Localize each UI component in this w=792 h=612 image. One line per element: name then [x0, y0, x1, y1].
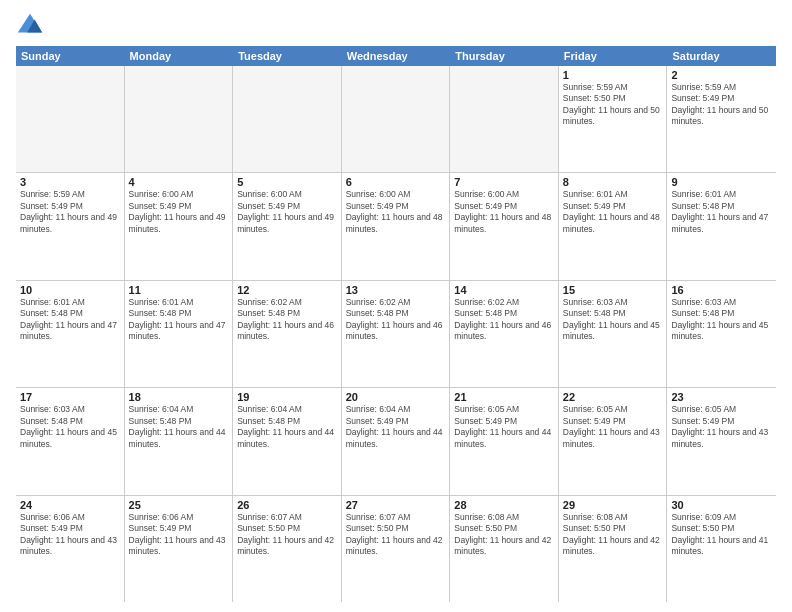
day-info-line: Sunrise: 6:05 AM	[671, 404, 772, 415]
day-number: 22	[563, 391, 663, 403]
day-number: 13	[346, 284, 446, 296]
page: SundayMondayTuesdayWednesdayThursdayFrid…	[0, 0, 792, 612]
day-info-line: Sunrise: 6:06 AM	[129, 512, 229, 523]
day-info-line: Daylight: 11 hours and 44 minutes.	[237, 427, 337, 450]
day-info-line: Sunrise: 6:09 AM	[671, 512, 772, 523]
day-info-line: Daylight: 11 hours and 45 minutes.	[671, 320, 772, 343]
day-number: 26	[237, 499, 337, 511]
day-cell-13: 13Sunrise: 6:02 AMSunset: 5:48 PMDayligh…	[342, 281, 451, 387]
day-cell-27: 27Sunrise: 6:07 AMSunset: 5:50 PMDayligh…	[342, 496, 451, 602]
day-number: 7	[454, 176, 554, 188]
calendar-header: SundayMondayTuesdayWednesdayThursdayFrid…	[16, 46, 776, 66]
day-info-line: Daylight: 11 hours and 48 minutes.	[454, 212, 554, 235]
day-cell-12: 12Sunrise: 6:02 AMSunset: 5:48 PMDayligh…	[233, 281, 342, 387]
empty-cell	[16, 66, 125, 172]
day-info-line: Sunrise: 6:02 AM	[346, 297, 446, 308]
header-day-saturday: Saturday	[667, 46, 776, 66]
day-cell-29: 29Sunrise: 6:08 AMSunset: 5:50 PMDayligh…	[559, 496, 668, 602]
day-info-line: Sunset: 5:49 PM	[129, 201, 229, 212]
empty-cell	[125, 66, 234, 172]
day-info-line: Daylight: 11 hours and 44 minutes.	[129, 427, 229, 450]
day-info-line: Daylight: 11 hours and 49 minutes.	[129, 212, 229, 235]
day-info-line: Sunset: 5:49 PM	[563, 416, 663, 427]
day-cell-17: 17Sunrise: 6:03 AMSunset: 5:48 PMDayligh…	[16, 388, 125, 494]
header-day-monday: Monday	[125, 46, 234, 66]
day-number: 6	[346, 176, 446, 188]
day-number: 23	[671, 391, 772, 403]
day-info-line: Sunset: 5:48 PM	[563, 308, 663, 319]
day-cell-15: 15Sunrise: 6:03 AMSunset: 5:48 PMDayligh…	[559, 281, 668, 387]
day-cell-3: 3Sunrise: 5:59 AMSunset: 5:49 PMDaylight…	[16, 173, 125, 279]
day-info-line: Daylight: 11 hours and 45 minutes.	[20, 427, 120, 450]
day-info-line: Sunrise: 6:07 AM	[346, 512, 446, 523]
day-info-line: Sunrise: 6:05 AM	[563, 404, 663, 415]
day-number: 12	[237, 284, 337, 296]
day-info-line: Sunrise: 6:03 AM	[671, 297, 772, 308]
day-number: 9	[671, 176, 772, 188]
day-number: 18	[129, 391, 229, 403]
day-number: 11	[129, 284, 229, 296]
day-info-line: Sunset: 5:49 PM	[346, 201, 446, 212]
empty-cell	[450, 66, 559, 172]
logo-icon	[16, 12, 44, 40]
day-info-line: Sunset: 5:50 PM	[454, 523, 554, 534]
day-info-line: Daylight: 11 hours and 44 minutes.	[454, 427, 554, 450]
day-info-line: Daylight: 11 hours and 46 minutes.	[237, 320, 337, 343]
day-info-line: Sunset: 5:49 PM	[237, 201, 337, 212]
day-info-line: Sunrise: 6:03 AM	[20, 404, 120, 415]
day-number: 17	[20, 391, 120, 403]
day-info-line: Daylight: 11 hours and 47 minutes.	[129, 320, 229, 343]
day-number: 8	[563, 176, 663, 188]
calendar-week-1: 3Sunrise: 5:59 AMSunset: 5:49 PMDaylight…	[16, 173, 776, 280]
day-number: 1	[563, 69, 663, 81]
day-info-line: Sunrise: 6:07 AM	[237, 512, 337, 523]
day-info-line: Sunset: 5:49 PM	[129, 523, 229, 534]
day-info-line: Sunrise: 6:06 AM	[20, 512, 120, 523]
day-info-line: Daylight: 11 hours and 46 minutes.	[346, 320, 446, 343]
calendar: SundayMondayTuesdayWednesdayThursdayFrid…	[16, 46, 776, 602]
day-info-line: Sunset: 5:50 PM	[671, 523, 772, 534]
day-info-line: Sunset: 5:50 PM	[237, 523, 337, 534]
day-cell-28: 28Sunrise: 6:08 AMSunset: 5:50 PMDayligh…	[450, 496, 559, 602]
day-info-line: Sunset: 5:48 PM	[20, 308, 120, 319]
day-info-line: Sunset: 5:48 PM	[20, 416, 120, 427]
day-info-line: Sunset: 5:48 PM	[346, 308, 446, 319]
day-info-line: Sunrise: 5:59 AM	[671, 82, 772, 93]
header	[16, 12, 776, 40]
day-info-line: Daylight: 11 hours and 44 minutes.	[346, 427, 446, 450]
day-info-line: Daylight: 11 hours and 50 minutes.	[563, 105, 663, 128]
header-day-thursday: Thursday	[450, 46, 559, 66]
day-cell-20: 20Sunrise: 6:04 AMSunset: 5:49 PMDayligh…	[342, 388, 451, 494]
day-cell-30: 30Sunrise: 6:09 AMSunset: 5:50 PMDayligh…	[667, 496, 776, 602]
day-number: 21	[454, 391, 554, 403]
empty-cell	[233, 66, 342, 172]
day-info-line: Sunrise: 6:01 AM	[20, 297, 120, 308]
day-info-line: Sunset: 5:49 PM	[454, 416, 554, 427]
day-info-line: Sunset: 5:48 PM	[671, 201, 772, 212]
day-info-line: Daylight: 11 hours and 41 minutes.	[671, 535, 772, 558]
day-info-line: Sunset: 5:48 PM	[129, 416, 229, 427]
calendar-week-4: 24Sunrise: 6:06 AMSunset: 5:49 PMDayligh…	[16, 496, 776, 602]
day-number: 29	[563, 499, 663, 511]
day-info-line: Sunrise: 6:01 AM	[563, 189, 663, 200]
day-info-line: Daylight: 11 hours and 49 minutes.	[237, 212, 337, 235]
day-info-line: Sunset: 5:48 PM	[454, 308, 554, 319]
day-info-line: Sunrise: 5:59 AM	[563, 82, 663, 93]
day-info-line: Daylight: 11 hours and 42 minutes.	[454, 535, 554, 558]
day-info-line: Daylight: 11 hours and 43 minutes.	[671, 427, 772, 450]
day-cell-16: 16Sunrise: 6:03 AMSunset: 5:48 PMDayligh…	[667, 281, 776, 387]
day-info-line: Sunrise: 6:04 AM	[237, 404, 337, 415]
day-cell-4: 4Sunrise: 6:00 AMSunset: 5:49 PMDaylight…	[125, 173, 234, 279]
day-info-line: Sunset: 5:50 PM	[346, 523, 446, 534]
day-info-line: Daylight: 11 hours and 42 minutes.	[346, 535, 446, 558]
day-cell-26: 26Sunrise: 6:07 AMSunset: 5:50 PMDayligh…	[233, 496, 342, 602]
day-number: 27	[346, 499, 446, 511]
day-cell-5: 5Sunrise: 6:00 AMSunset: 5:49 PMDaylight…	[233, 173, 342, 279]
day-number: 10	[20, 284, 120, 296]
day-info-line: Sunrise: 6:08 AM	[563, 512, 663, 523]
day-info-line: Daylight: 11 hours and 47 minutes.	[20, 320, 120, 343]
calendar-week-0: 1Sunrise: 5:59 AMSunset: 5:50 PMDaylight…	[16, 66, 776, 173]
header-day-friday: Friday	[559, 46, 668, 66]
day-number: 24	[20, 499, 120, 511]
day-info-line: Sunrise: 6:00 AM	[454, 189, 554, 200]
